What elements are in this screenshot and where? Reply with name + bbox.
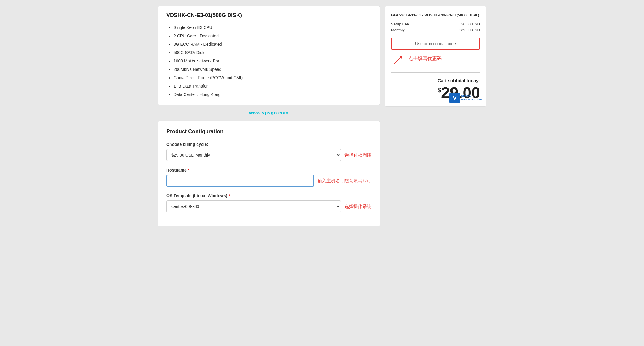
hostname-wrapper: 输入主机名，随意填写即可	[166, 175, 371, 187]
arrow-annotation: 点击填写优惠码	[391, 52, 480, 67]
logo-v-icon: V	[449, 93, 460, 103]
cart-subtotal-label: Cart subtotal today:	[391, 78, 480, 83]
feature-item: 200Mbit/s Network Speed	[174, 65, 371, 74]
setup-fee-value: $0.00 USD	[461, 22, 480, 26]
logo-text: VPSGO www.vpsgo.com	[461, 95, 482, 101]
os-label: OS Template (Linux, Windows) *	[166, 193, 371, 198]
hostname-group: Hostname * 输入主机名，随意填写即可	[166, 168, 371, 187]
hostname-label: Hostname *	[166, 168, 371, 172]
monthly-value: $29.00 USD	[459, 28, 480, 32]
hostname-input[interactable]	[166, 175, 314, 187]
billing-select[interactable]: $29.00 USD Monthly$87.00 USD Quarterly$1…	[166, 149, 341, 161]
billing-select-wrapper: $29.00 USD Monthly$87.00 USD Quarterly$1…	[166, 149, 371, 161]
arrow-icon	[391, 52, 406, 67]
watermark: www.vpsgo.com	[158, 108, 380, 117]
feature-item: Data Center : Hong Kong	[174, 90, 371, 99]
promo-button[interactable]: Use promotional code	[391, 38, 480, 50]
vpsgo-logo: V VPSGO www.vpsgo.com	[449, 93, 482, 103]
os-annotation: 选择操作系统	[344, 204, 371, 209]
promo-label: 点击填写优惠码	[408, 56, 442, 62]
os-select-wrapper: centos-6.9-x86centos-7-x86_64ubuntu-18.0…	[166, 200, 371, 212]
product-features-list: Single Xeon E3 CPU2 CPU Core - Dedicated…	[166, 23, 371, 99]
config-section-title: Product Configuration	[166, 128, 371, 135]
feature-item: Single Xeon E3 CPU	[174, 23, 371, 32]
promo-section: Use promotional code 点击填写优惠码	[391, 38, 480, 67]
billing-annotation: 选择付款周期	[344, 152, 371, 158]
feature-item: 1000 Mbit/s Network Port	[174, 57, 371, 65]
feature-item: 1TB Data Transfer	[174, 82, 371, 90]
config-card: Product Configuration Choose billing cyc…	[158, 121, 380, 226]
billing-group: Choose billing cycle: $29.00 USD Monthly…	[166, 142, 371, 161]
os-group: OS Template (Linux, Windows) * centos-6.…	[166, 193, 371, 212]
product-title: VDSHK-CN-E3-01(500G DISK)	[166, 12, 371, 19]
feature-item: 8G ECC RAM - Dedicated	[174, 40, 371, 48]
feature-item: 2 CPU Core - Dedicated	[174, 32, 371, 40]
promo-annotation-wrapper: 点击填写优惠码	[391, 52, 480, 67]
product-info-card: VDSHK-CN-E3-01(500G DISK) Single Xeon E3…	[158, 6, 380, 105]
setup-fee-label: Setup Fee	[391, 22, 409, 26]
feature-item: 500G SATA Disk	[174, 48, 371, 57]
setup-fee-row: Setup Fee $0.00 USD	[391, 22, 480, 26]
billing-label: Choose billing cycle:	[166, 142, 371, 147]
os-select[interactable]: centos-6.9-x86centos-7-x86_64ubuntu-18.0…	[166, 200, 341, 212]
main-panel: VDSHK-CN-E3-01(500G DISK) Single Xeon E3…	[158, 6, 380, 226]
order-item-name: GGC-2019-11-11 - VDSHK-CN-E3-01(500G DIS…	[391, 12, 480, 18]
monthly-fee-row: Monthly $29.00 USD	[391, 28, 480, 32]
currency-symbol: $	[438, 86, 441, 94]
divider	[391, 72, 480, 73]
hostname-annotation: 输入主机名，随意填写即可	[318, 178, 371, 184]
feature-item: China Direct Route (PCCW and CMI)	[174, 74, 371, 82]
order-summary-card: GGC-2019-11-11 - VDSHK-CN-E3-01(500G DIS…	[385, 6, 486, 107]
monthly-label: Monthly	[391, 28, 405, 32]
sidebar-panel: GGC-2019-11-11 - VDSHK-CN-E3-01(500G DIS…	[385, 6, 486, 226]
